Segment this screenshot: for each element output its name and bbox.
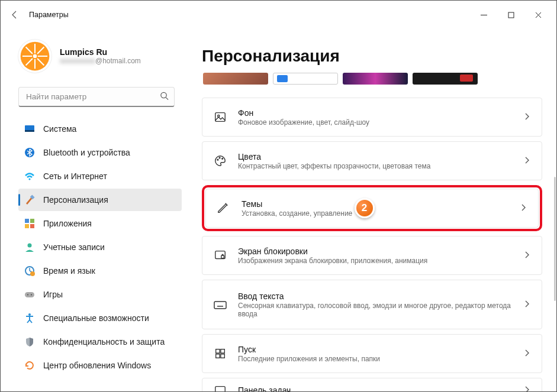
svg-rect-22 xyxy=(215,113,226,122)
svg-point-15 xyxy=(28,244,32,248)
nav-accessibility[interactable]: Специальные возможности xyxy=(18,307,182,329)
start-icon xyxy=(213,346,227,361)
main-content: Персонализация Фон Фоновое изображение, … xyxy=(188,29,556,391)
svg-point-17 xyxy=(30,271,35,276)
palette-icon xyxy=(213,154,227,168)
account-name: Lumpics Ru xyxy=(60,47,141,57)
svg-rect-38 xyxy=(221,354,224,358)
svg-rect-28 xyxy=(221,255,224,258)
keyboard-icon xyxy=(213,297,227,312)
lockscreen-icon xyxy=(213,248,227,263)
picture-icon xyxy=(213,110,227,124)
wifi-icon xyxy=(24,171,35,182)
pen-icon xyxy=(217,201,231,215)
svg-rect-11 xyxy=(25,219,29,223)
theme-thumb[interactable] xyxy=(343,73,408,85)
svg-point-19 xyxy=(27,294,28,296)
svg-rect-39 xyxy=(215,387,226,391)
sidebar: Lumpics Ru xxxxxxxxxx@hotmail.com Систем… xyxy=(1,29,188,391)
svg-point-26 xyxy=(222,158,223,159)
svg-rect-36 xyxy=(221,349,224,353)
svg-point-21 xyxy=(28,313,31,316)
svg-point-4 xyxy=(161,92,166,98)
card-colors[interactable]: Цвета Контрастный цвет, эффекты прозрачн… xyxy=(202,141,542,180)
annotation-badge: 2 xyxy=(355,198,375,218)
svg-line-5 xyxy=(166,98,168,100)
nav-bluetooth[interactable]: Bluetooth и устройства xyxy=(18,141,182,164)
update-icon xyxy=(24,360,35,371)
card-start[interactable]: Пуск Последние приложения и элементы, па… xyxy=(202,334,542,373)
theme-thumbnails xyxy=(202,73,542,85)
card-taskbar[interactable]: Панель задач xyxy=(202,378,542,391)
account-block[interactable]: Lumpics Ru xxxxxxxxxx@hotmail.com xyxy=(18,40,182,73)
search-box[interactable] xyxy=(18,87,175,107)
nav-accounts[interactable]: Учетные записи xyxy=(18,236,182,258)
theme-thumb[interactable] xyxy=(273,73,338,85)
nav-personalization[interactable]: Персонализация xyxy=(18,189,182,211)
theme-thumb[interactable] xyxy=(413,73,478,85)
nav-windows-update[interactable]: Центр обновления Windows xyxy=(18,354,182,377)
card-textinput[interactable]: Ввод текста Сенсорная клавиатура, голосо… xyxy=(202,280,542,329)
settings-list: Фон Фоновое изображение, цвет, слайд-шоу… xyxy=(202,98,542,391)
chevron-right-icon xyxy=(524,348,531,359)
chevron-right-icon xyxy=(520,203,527,213)
nav-privacy[interactable]: Конфиденциальность и защита xyxy=(18,331,182,353)
back-button[interactable] xyxy=(5,5,24,24)
chevron-right-icon xyxy=(524,385,531,391)
search-input[interactable] xyxy=(18,87,175,107)
chevron-right-icon xyxy=(524,155,531,166)
close-button[interactable] xyxy=(524,5,552,24)
taskbar-icon xyxy=(213,383,227,391)
nav-system[interactable]: Система xyxy=(18,118,182,140)
accessibility-icon xyxy=(24,313,35,323)
svg-rect-35 xyxy=(216,349,220,353)
search-icon xyxy=(160,92,169,103)
card-lockscreen[interactable]: Экран блокировки Изображения экрана блок… xyxy=(202,236,542,275)
svg-rect-12 xyxy=(30,219,34,223)
apps-icon xyxy=(24,218,35,229)
nav-network[interactable]: Сеть и Интернет xyxy=(18,165,182,187)
page-title: Персонализация xyxy=(202,47,542,66)
svg-point-25 xyxy=(219,157,220,158)
clock-globe-icon xyxy=(24,265,35,276)
svg-rect-37 xyxy=(216,354,220,358)
svg-rect-13 xyxy=(25,224,29,228)
system-icon xyxy=(24,124,35,134)
theme-thumb[interactable] xyxy=(203,73,268,85)
chevron-right-icon xyxy=(524,112,531,122)
bluetooth-icon xyxy=(24,147,35,158)
nav-time-language[interactable]: Время и язык xyxy=(18,260,182,282)
minimize-button[interactable] xyxy=(470,5,497,24)
window-title: Параметры xyxy=(29,11,69,19)
nav-list: Система Bluetooth и устройства Сеть и Ин… xyxy=(18,118,182,377)
maximize-button[interactable] xyxy=(497,5,524,24)
svg-rect-1 xyxy=(508,12,514,18)
svg-point-24 xyxy=(217,159,218,160)
svg-point-20 xyxy=(31,294,32,296)
account-email: xxxxxxxxxx@hotmail.com xyxy=(60,57,141,65)
svg-rect-14 xyxy=(30,224,34,228)
svg-rect-29 xyxy=(214,302,226,309)
avatar xyxy=(18,40,51,73)
svg-rect-18 xyxy=(25,292,34,297)
shield-icon xyxy=(24,336,35,347)
card-background[interactable]: Фон Фоновое изображение, цвет, слайд-шоу xyxy=(202,98,542,137)
scrollbar[interactable] xyxy=(554,177,556,301)
nav-gaming[interactable]: Игры xyxy=(18,283,182,306)
svg-point-3 xyxy=(33,54,37,59)
brush-icon xyxy=(24,195,35,205)
svg-point-9 xyxy=(28,178,30,180)
chevron-right-icon xyxy=(524,250,531,261)
nav-apps[interactable]: Приложения xyxy=(18,212,182,235)
user-icon xyxy=(24,242,35,252)
titlebar: Параметры xyxy=(1,1,556,29)
chevron-right-icon xyxy=(524,299,531,310)
gamepad-icon xyxy=(24,289,35,300)
svg-rect-7 xyxy=(25,130,34,132)
